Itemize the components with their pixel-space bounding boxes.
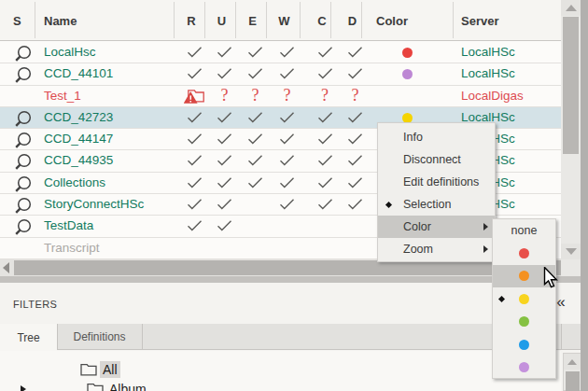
selection-bullet-icon [385,201,392,207]
table-row[interactable]: LocalHscLocalHSc [0,42,561,63]
check-icon [272,63,303,84]
cell-name: CCD_44935 [44,150,113,171]
menu-item-info[interactable]: Info [378,126,495,148]
scroll-down-button[interactable] [561,244,581,259]
tree-item-all[interactable]: All [0,361,561,380]
check-icon [272,42,303,63]
question-icon: ? [340,86,371,106]
tree-scrollbar-thumb[interactable] [566,371,580,391]
cell-name: StoryConnectHSc [44,194,144,215]
check-icon [240,42,272,63]
question-mark: ? [352,86,359,105]
tree-item-album[interactable]: Album [0,381,561,391]
color-option[interactable] [493,311,555,333]
check-icon [178,129,210,149]
menu-item-selection[interactable]: Selection [378,193,495,216]
horizontal-scrollbar-thumb[interactable] [14,260,561,275]
folder-icon [80,363,97,380]
tab-definitions[interactable]: Definitions [57,324,142,350]
column-separator [453,2,454,38]
table-vertical-scrollbar[interactable] [561,0,581,276]
color-swatch-dot [519,362,529,372]
check-icon [240,173,272,193]
question-mark: ? [221,86,229,105]
column-separator [330,2,331,38]
check-icon [240,129,272,149]
check-icon [209,129,241,149]
column-header-d[interactable]: D [337,0,369,41]
cell-name: CCD_44147 [44,129,113,149]
color-option[interactable] [493,287,555,310]
column-separator [174,2,175,38]
menu-item-color[interactable]: Color [378,216,495,238]
tree-vertical-scrollbar[interactable] [563,353,581,391]
filters-panel-title: FILTERS [13,299,57,310]
arrow-left-icon [3,262,9,273]
column-header-e[interactable]: E [237,0,269,41]
tab-separator [561,324,562,350]
connections-window: SNameRUEWCDColorServer LocalHscLocalHScC… [0,0,588,391]
cell-name: CCD_42723 [44,107,113,128]
tab-separator [57,324,58,350]
check-icon [178,173,210,193]
vertical-scrollbar-thumb[interactable] [563,17,579,154]
color-swatch-dot [519,316,529,327]
check-icon [309,129,341,149]
column-header-color[interactable]: Color [376,0,408,41]
column-header-name[interactable]: Name [44,0,77,41]
color-option[interactable] [493,356,555,378]
check-icon [209,150,241,171]
check-icon [272,107,303,128]
column-header-u[interactable]: U [206,0,238,41]
color-dot [402,48,413,58]
column-header-r[interactable]: R [175,0,207,41]
color-option-none[interactable]: none [493,219,555,242]
column-separator [300,2,301,38]
scroll-up-button[interactable] [561,0,581,16]
check-icon [340,150,371,171]
check-icon [272,150,303,171]
menu-item-zoom[interactable]: Zoom [378,238,495,260]
color-dot [402,69,413,79]
tree-item-label: All [100,361,120,378]
check-icon [340,173,371,193]
color-swatch-dot [519,271,529,281]
color-swatch-dot [519,340,529,350]
question-icon: ? [309,86,341,106]
table-row[interactable]: CCD_44101LocalHSc [0,63,561,85]
table-header-row: SNameRUEWCDColorServer [0,0,561,41]
cell-name: Transcript [44,238,100,258]
column-header-server[interactable]: Server [461,0,498,41]
color-option[interactable] [493,333,555,356]
cell-server: LocalHSc [461,63,515,84]
question-mark: ? [284,86,291,105]
cell-name: CCD_44101 [44,63,113,84]
column-header-c[interactable]: C [306,0,338,41]
column-header-w[interactable]: W [269,0,301,41]
expander-icon[interactable] [21,385,26,391]
check-icon [340,42,371,63]
check-icon [309,150,341,171]
arrow-up-icon [567,359,577,365]
menu-item-edit-definitions[interactable]: Edit definitions [378,171,495,193]
table-row[interactable]: Test_1?????LocalDigas [0,86,561,107]
column-separator [361,2,362,38]
column-header-s[interactable]: S [13,0,21,41]
menu-item-disconnect[interactable]: Disconnect [378,148,495,171]
check-icon [309,107,341,128]
arrow-up-icon [566,5,577,11]
check-icon [340,129,371,149]
check-icon [340,107,371,128]
scroll-left-button[interactable] [0,259,14,276]
tree-scroll-up-button[interactable] [564,354,581,370]
color-option[interactable] [493,242,555,264]
tab-separator [142,324,143,350]
check-icon [272,173,303,193]
color-swatch-dot [519,248,529,258]
tree-item-label: Album [106,381,149,391]
cell-name: Collections [44,173,105,193]
context-menu: InfoDisconnectEdit definitionsSelectionC… [377,122,496,262]
tab-tree[interactable]: Tree [0,324,57,351]
check-icon [240,63,272,84]
check-icon [178,107,210,128]
